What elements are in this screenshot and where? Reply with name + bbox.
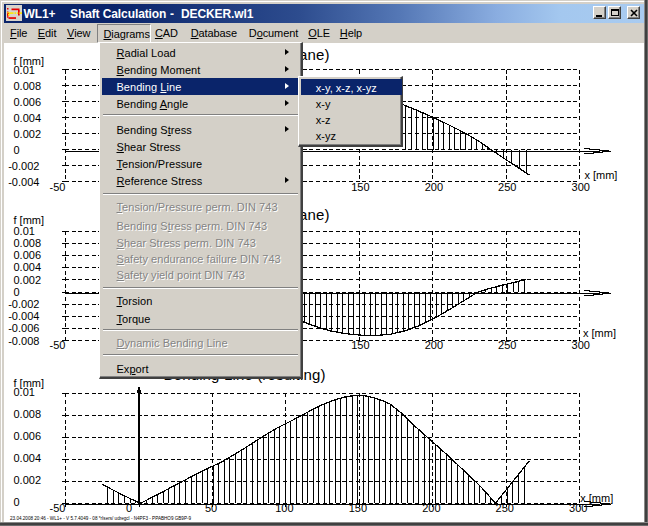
svg-text:150: 150 bbox=[351, 339, 369, 351]
svg-text:f [mm]: f [mm] bbox=[14, 55, 45, 67]
svg-text:0: 0 bbox=[14, 286, 20, 298]
svg-text:23.04.2008 20:46 - WL1+ - V 5.: 23.04.2008 20:46 - WL1+ - V 5.7.4049 - 0… bbox=[10, 516, 192, 521]
svg-text:200: 200 bbox=[425, 339, 443, 351]
svg-text:300: 300 bbox=[572, 181, 590, 193]
svg-text:300: 300 bbox=[572, 339, 590, 351]
svg-text:0.008: 0.008 bbox=[14, 80, 42, 92]
svg-text:-50: -50 bbox=[50, 339, 66, 351]
svg-text:x [mm]: x [mm] bbox=[580, 492, 613, 504]
svg-text:0.006: 0.006 bbox=[14, 96, 42, 108]
svg-text:250: 250 bbox=[498, 181, 516, 193]
svg-text:150: 150 bbox=[349, 502, 367, 514]
svg-text:-0.004: -0.004 bbox=[8, 176, 39, 188]
svg-text:0.004: 0.004 bbox=[14, 452, 42, 464]
svg-text:-0.008: -0.008 bbox=[8, 335, 39, 347]
svg-text:0.006: 0.006 bbox=[14, 249, 42, 261]
svg-text:150: 150 bbox=[351, 181, 369, 193]
svg-text:200: 200 bbox=[422, 502, 440, 514]
svg-text:250: 250 bbox=[498, 339, 516, 351]
svg-text:0.01: 0.01 bbox=[14, 225, 35, 237]
svg-text:0.004: 0.004 bbox=[14, 112, 42, 124]
svg-text:x [mm]: x [mm] bbox=[583, 327, 616, 339]
svg-text:100: 100 bbox=[275, 502, 293, 514]
svg-text:0: 0 bbox=[14, 496, 20, 508]
svg-text:-0.002: -0.002 bbox=[8, 298, 39, 310]
svg-text:-50: -50 bbox=[50, 181, 66, 193]
svg-text:-0.002: -0.002 bbox=[8, 160, 39, 172]
svg-text:-50: -50 bbox=[50, 502, 66, 514]
svg-text:f [mm]: f [mm] bbox=[14, 214, 45, 226]
svg-text:0: 0 bbox=[14, 144, 20, 156]
svg-text:x [mm]: x [mm] bbox=[584, 169, 617, 181]
svg-text:0.002: 0.002 bbox=[14, 128, 42, 140]
svg-text:0.008: 0.008 bbox=[14, 408, 42, 420]
svg-text:0.002: 0.002 bbox=[14, 474, 42, 486]
svg-text:0.004: 0.004 bbox=[14, 261, 42, 273]
svg-text:50: 50 bbox=[205, 502, 217, 514]
svg-text:0: 0 bbox=[126, 502, 132, 514]
svg-text:-0.006: -0.006 bbox=[8, 322, 39, 334]
svg-text:0.006: 0.006 bbox=[14, 430, 42, 442]
svg-text:250: 250 bbox=[496, 502, 514, 514]
svg-text:0.008: 0.008 bbox=[14, 237, 42, 249]
svg-text:-0.004: -0.004 bbox=[8, 310, 39, 322]
svg-text:f [mm]: f [mm] bbox=[14, 377, 45, 389]
svg-text:200: 200 bbox=[425, 181, 443, 193]
svg-text:0.002: 0.002 bbox=[14, 274, 42, 286]
